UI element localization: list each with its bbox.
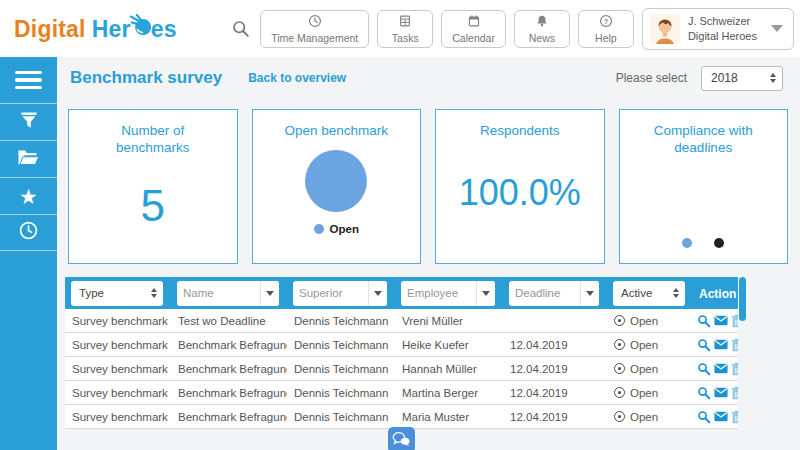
employee-filter-input[interactable] <box>401 281 476 306</box>
type-filter-value: Type <box>79 287 104 299</box>
cell-deadline: 12.04.2019 <box>503 411 607 423</box>
active-filter-value: Active <box>621 287 652 299</box>
clock-icon <box>308 14 322 30</box>
cell-active: Open <box>607 339 693 351</box>
user-name: J. Schweizer <box>688 14 757 29</box>
year-select-value: 2018 <box>711 71 738 85</box>
hamburger-icon <box>15 71 42 90</box>
cell-actions <box>693 314 738 328</box>
delete-icon[interactable] <box>731 314 738 328</box>
cell-employee: Martina Berger <box>395 387 503 399</box>
spinner-icon <box>770 73 776 84</box>
card-open-benchmark: Open benchmark Open <box>252 109 422 264</box>
table-row[interactable]: Survey benchmark Benchmark Befragung Den… <box>65 381 738 405</box>
kpi-cards: Number of benchmarks 5 Open benchmark Op… <box>57 99 800 264</box>
mail-icon[interactable] <box>714 363 728 374</box>
back-to-overview-link[interactable]: Back to overview <box>248 71 346 85</box>
sidebar-item-folder[interactable] <box>0 140 57 177</box>
clock-icon <box>18 220 39 245</box>
svg-text:?: ? <box>604 16 609 25</box>
mail-icon[interactable] <box>714 411 728 422</box>
status-label: Open <box>630 363 658 375</box>
search-icon[interactable] <box>232 20 250 38</box>
compliance-legend <box>682 238 724 248</box>
cell-active: Open <box>607 363 693 375</box>
delete-icon[interactable] <box>731 410 738 424</box>
bell-icon <box>535 14 549 30</box>
chevron-down-icon <box>266 291 274 296</box>
name-filter-dropdown-button[interactable] <box>260 281 279 306</box>
delete-icon[interactable] <box>731 386 738 400</box>
table-row[interactable]: Survey benchmark Benchmark Befragung Den… <box>65 405 738 429</box>
superior-filter-dropdown-button[interactable] <box>368 281 387 306</box>
delete-icon[interactable] <box>731 338 738 352</box>
nav-button-help[interactable]: ? Help <box>578 10 634 48</box>
chat-button[interactable] <box>388 427 415 450</box>
cell-type: Survey benchmark <box>65 315 171 327</box>
mail-icon[interactable] <box>714 339 728 350</box>
user-info: J. Schweizer Digital Heroes <box>688 14 757 44</box>
cell-active: Open <box>607 387 693 399</box>
cell-deadline: 12.04.2019 <box>503 339 607 351</box>
user-org: Digital Heroes <box>688 29 757 44</box>
cell-superior: Dennis Teichmann <box>287 411 395 423</box>
app-logo[interactable]: DigitalHer es <box>14 14 177 43</box>
status-open-icon <box>614 363 625 374</box>
view-icon[interactable] <box>697 314 711 328</box>
deadline-filter-dropdown-button[interactable] <box>580 281 599 306</box>
user-avatar <box>650 14 680 44</box>
please-select-label: Please select <box>616 71 687 85</box>
view-icon[interactable] <box>697 410 711 424</box>
sidebar-menu-button[interactable] <box>0 57 57 103</box>
table-row[interactable]: Survey benchmark Benchmark Befragung Den… <box>65 357 738 381</box>
table-row[interactable]: Survey benchmark Benchmark Befragung Den… <box>65 333 738 357</box>
cell-type: Survey benchmark <box>65 387 171 399</box>
view-icon[interactable] <box>697 386 711 400</box>
sidebar-item-favorites[interactable]: ★ <box>0 177 57 214</box>
legend-dot-blue <box>682 238 692 248</box>
nav-label: Help <box>595 32 617 44</box>
star-icon: ★ <box>19 186 38 207</box>
top-header: DigitalHer es Time Management <box>0 0 800 57</box>
cell-name: Benchmark Befragung <box>171 411 287 423</box>
superior-filter-input[interactable] <box>293 281 368 306</box>
cell-type: Survey benchmark <box>65 339 171 351</box>
nav-button-news[interactable]: News <box>514 10 570 48</box>
filter-icon <box>19 110 39 134</box>
mail-icon[interactable] <box>714 315 728 326</box>
deadline-filter-input[interactable] <box>509 281 580 306</box>
employee-filter-dropdown-button[interactable] <box>476 281 495 306</box>
logo-text-digital: Digital <box>14 16 86 43</box>
table-filter-row: Type <box>65 277 738 309</box>
cell-name: Benchmark Befragung <box>171 339 287 351</box>
chevron-down-icon <box>771 25 783 32</box>
nav-label: News <box>529 32 555 44</box>
nav-label: Time Management <box>271 32 358 44</box>
cell-name: Benchmark Befragung <box>171 387 287 399</box>
header-nav: Time Management Tasks <box>260 10 634 48</box>
view-icon[interactable] <box>697 338 711 352</box>
cell-actions <box>693 410 738 424</box>
table-scrollbar-thumb[interactable] <box>739 277 746 321</box>
sidebar-item-history[interactable] <box>0 214 57 251</box>
card-title: Respondents <box>454 123 586 140</box>
year-select[interactable]: 2018 <box>701 66 783 91</box>
nav-button-calendar[interactable]: Calendar <box>441 10 506 48</box>
user-menu[interactable]: J. Schweizer Digital Heroes <box>642 8 794 50</box>
nav-button-tasks[interactable]: Tasks <box>377 10 433 48</box>
sidebar-item-filter[interactable] <box>0 103 57 140</box>
mail-icon[interactable] <box>714 387 728 398</box>
page-title: Benchmark survey <box>70 68 222 88</box>
name-filter-input[interactable] <box>177 281 260 306</box>
chevron-down-icon <box>374 291 382 296</box>
cell-type: Survey benchmark <box>65 411 171 423</box>
type-filter-select[interactable]: Type <box>71 281 163 306</box>
nav-button-time-management[interactable]: Time Management <box>260 10 369 48</box>
pie-chart <box>305 150 367 212</box>
active-filter-select[interactable]: Active <box>613 281 685 306</box>
delete-icon[interactable] <box>731 362 738 376</box>
nav-label: Tasks <box>392 32 419 44</box>
view-icon[interactable] <box>697 362 711 376</box>
card-title: Open benchmark <box>258 123 414 140</box>
table-row[interactable]: Survey benchmark Test wo Deadline Dennis… <box>65 309 738 333</box>
